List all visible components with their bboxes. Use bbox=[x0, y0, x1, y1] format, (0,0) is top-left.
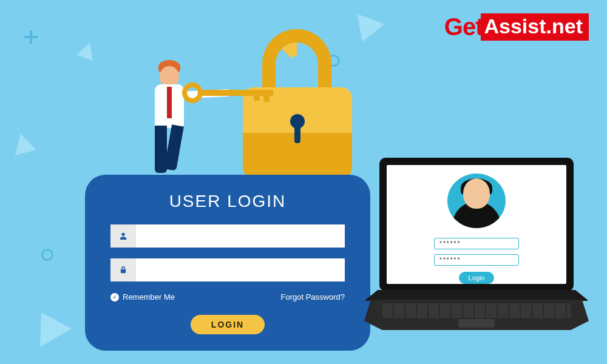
username-input[interactable] bbox=[136, 224, 345, 248]
bg-triangle-icon bbox=[25, 303, 72, 347]
laptop-field1-value: ****** bbox=[439, 240, 461, 247]
laptop-keyboard bbox=[382, 303, 571, 318]
login-title: USER LOGIN bbox=[110, 192, 345, 211]
laptop-username-field[interactable]: ****** bbox=[434, 238, 519, 249]
password-input[interactable] bbox=[136, 258, 345, 281]
laptop-illustration: ****** ****** Login bbox=[364, 158, 589, 340]
laptop-screen: ****** ****** Login bbox=[387, 165, 566, 284]
laptop-screen-bezel: ****** ****** Login bbox=[379, 158, 574, 291]
bg-triangle-icon bbox=[76, 40, 98, 61]
laptop-trackpad bbox=[458, 319, 495, 328]
laptop-field2-value: ****** bbox=[439, 257, 461, 263]
username-field-wrap bbox=[110, 224, 345, 248]
svg-point-0 bbox=[121, 233, 124, 236]
check-icon: ✓ bbox=[110, 293, 119, 302]
lock-icon bbox=[110, 258, 136, 281]
site-logo: Get Assist.net bbox=[444, 13, 589, 41]
login-button[interactable]: LOGIN bbox=[191, 315, 265, 334]
bg-circle-icon bbox=[41, 249, 53, 261]
avatar-icon bbox=[447, 174, 506, 228]
login-card: USER LOGIN ✓ Remember Me Forgot Password… bbox=[85, 175, 370, 351]
svg-rect-1 bbox=[121, 269, 126, 273]
user-icon bbox=[110, 224, 136, 248]
bg-triangle-icon bbox=[349, 14, 385, 47]
person-illustration bbox=[137, 58, 228, 179]
padlock-icon bbox=[243, 29, 352, 175]
key-icon bbox=[200, 85, 285, 101]
remember-me-label: Remember Me bbox=[123, 292, 175, 302]
laptop-login-button[interactable]: Login bbox=[459, 272, 495, 284]
laptop-password-field[interactable]: ****** bbox=[434, 254, 519, 266]
remember-me-toggle[interactable]: ✓ Remember Me bbox=[110, 292, 175, 302]
password-field-wrap bbox=[110, 258, 345, 281]
laptop-hinge bbox=[364, 290, 589, 301]
bg-plus-icon bbox=[24, 30, 38, 44]
bg-triangle-icon bbox=[10, 131, 36, 155]
forgot-password-link[interactable]: Forgot Password? bbox=[281, 292, 345, 302]
logo-text-part2: Assist.net bbox=[481, 13, 589, 41]
logo-text-part1: Get bbox=[444, 13, 483, 41]
